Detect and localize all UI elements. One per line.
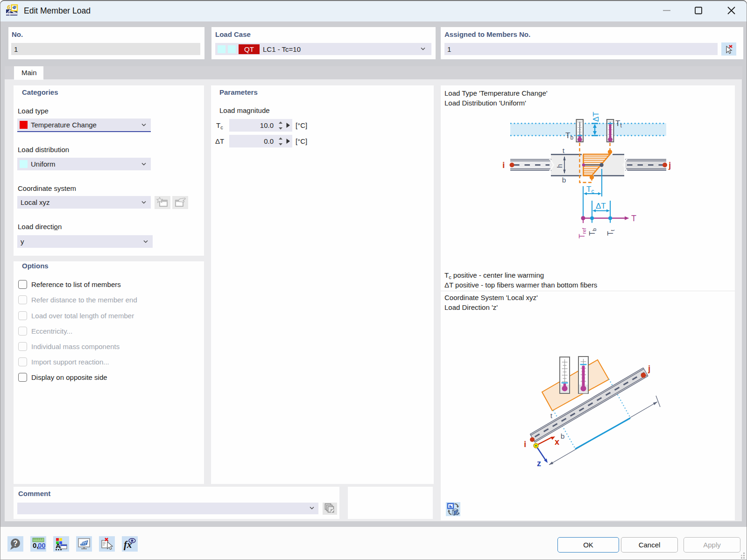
svg-text:T: T: [631, 214, 636, 223]
svg-text:b: b: [562, 176, 566, 184]
svg-text:ΔT: ΔT: [592, 112, 600, 122]
svg-text:x: x: [555, 437, 559, 447]
svg-text:Tt: Tt: [615, 119, 622, 129]
svg-text:j: j: [648, 364, 650, 373]
svg-text:6: 6: [7, 4, 10, 11]
svg-text:Tt: Tt: [606, 230, 615, 236]
svg-text:00: 00: [38, 541, 45, 549]
svg-text:Tref: Tref: [578, 227, 587, 238]
svg-text:ΔT: ΔT: [596, 202, 606, 210]
svg-text:t: t: [563, 147, 565, 154]
svg-text:A: A: [56, 542, 61, 550]
svg-text:i: i: [502, 160, 505, 170]
svg-text:Tc: Tc: [586, 185, 594, 195]
svg-text:t: t: [550, 412, 553, 420]
svg-text:i: i: [524, 439, 526, 449]
svg-text:Tb: Tb: [588, 228, 597, 236]
svg-text:fx: fx: [124, 539, 132, 550]
svg-text:j: j: [668, 160, 671, 170]
svg-text:b: b: [561, 432, 565, 440]
svg-text:z: z: [537, 459, 541, 468]
svg-text:?: ?: [13, 539, 18, 547]
svg-text:h: h: [556, 164, 564, 168]
